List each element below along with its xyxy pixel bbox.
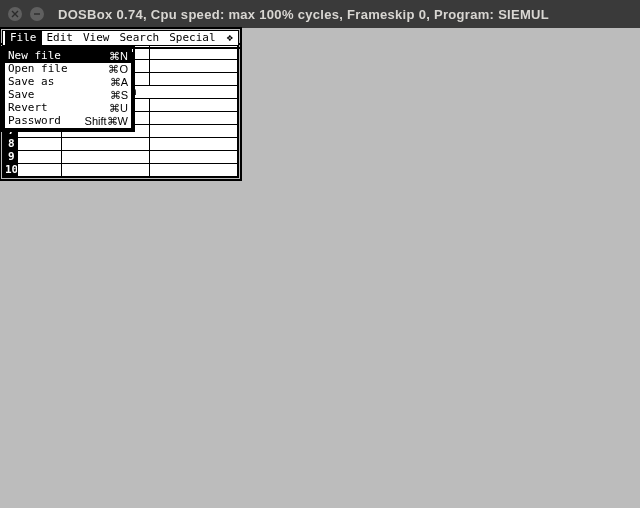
row-number: 9: [3, 150, 17, 163]
siemul-app: File Edit View Search Special ❖ New file…: [2, 30, 239, 178]
cell[interactable]: [149, 98, 237, 111]
menu-item-shortcut: ⌘U: [109, 102, 128, 115]
cell[interactable]: [149, 59, 237, 72]
menu-file[interactable]: File: [5, 31, 42, 45]
file-menu-dropdown: New file ⌘N Open file ⌘O Save as ⌘A Save…: [4, 49, 132, 129]
menu-search[interactable]: Search: [115, 31, 165, 45]
cell[interactable]: [61, 150, 149, 163]
cell[interactable]: [17, 150, 61, 163]
cell[interactable]: [61, 163, 149, 176]
menu-item-label: Password: [8, 115, 61, 128]
menu-item-shortcut: ⌘A: [110, 76, 128, 89]
cell[interactable]: [149, 72, 237, 85]
table-row: 8: [3, 137, 238, 150]
menu-item-shortcut: ⌘N: [109, 50, 128, 63]
menu-view[interactable]: View: [78, 31, 115, 45]
menubar: File Edit View Search Special ❖: [2, 30, 239, 46]
cell[interactable]: [17, 163, 61, 176]
menu-item-shortcut: Shift⌘W: [85, 115, 128, 128]
row-number: 8: [3, 137, 17, 150]
menu-item-shortcut: ⌘S: [110, 89, 128, 102]
cell[interactable]: [17, 137, 61, 150]
cell[interactable]: [149, 137, 237, 150]
cell[interactable]: [149, 111, 237, 124]
table-row: 9: [3, 150, 238, 163]
cell[interactable]: [149, 163, 237, 176]
menu-item-password[interactable]: Password Shift⌘W: [5, 115, 131, 128]
apple-menu-icon[interactable]: ❖: [223, 31, 236, 45]
table-row: 10: [3, 163, 238, 176]
window-title: DOSBox 0.74, Cpu speed: max 100% cycles,…: [58, 7, 549, 22]
menu-special[interactable]: Special: [164, 31, 220, 45]
close-icon[interactable]: [8, 7, 22, 21]
cell[interactable]: [61, 137, 149, 150]
cell[interactable]: [149, 46, 237, 59]
menu-item-shortcut: ⌘O: [108, 63, 128, 76]
row-number: 10: [3, 163, 17, 176]
window-titlebar: DOSBox 0.74, Cpu speed: max 100% cycles,…: [0, 0, 640, 28]
cell[interactable]: [149, 124, 237, 137]
menu-edit[interactable]: Edit: [42, 31, 79, 45]
minimize-icon[interactable]: [30, 7, 44, 21]
cell[interactable]: [149, 150, 237, 163]
